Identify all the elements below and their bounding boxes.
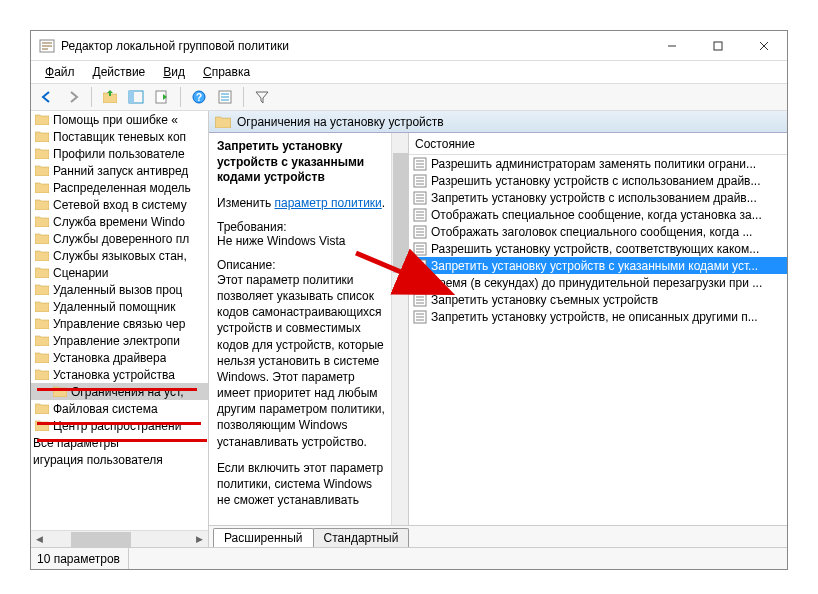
policy-icon — [413, 259, 427, 273]
list-item[interactable]: Отображать заголовок специального сообще… — [409, 223, 787, 240]
list-item[interactable]: Отображать специальное сообщение, когда … — [409, 206, 787, 223]
tree-item-label: Ранний запуск антивред — [53, 164, 188, 178]
tree-item[interactable]: игурация пользователя — [31, 451, 209, 468]
tree-item-label: Сценарии — [53, 266, 108, 280]
tree-item[interactable]: Службы доверенного пл — [31, 230, 209, 247]
list-column-header[interactable]: Состояние — [409, 133, 787, 155]
right-pane: Ограничения на установку устройств Запре… — [209, 111, 787, 547]
description-scrollbar[interactable] — [391, 133, 408, 525]
tree-item[interactable]: Профили пользователе — [31, 145, 209, 162]
menubar: Файл Действие Вид Справка — [31, 61, 787, 83]
list-item-label: Отображать специальное сообщение, когда … — [431, 208, 762, 222]
description-pane: Запретить установку устройств с указанны… — [209, 133, 409, 525]
tree-horizontal-scrollbar[interactable]: ◀ ▶ — [31, 530, 208, 547]
svg-rect-10 — [129, 91, 134, 103]
forward-button[interactable] — [61, 85, 85, 109]
tree-item[interactable]: Сетевой вход в систему — [31, 196, 209, 213]
menu-view[interactable]: Вид — [155, 63, 193, 81]
statusbar: 10 параметров — [31, 547, 787, 569]
policy-icon — [413, 208, 427, 222]
menu-action[interactable]: Действие — [85, 63, 154, 81]
tree-item-label: Удаленный помощник — [53, 300, 176, 314]
list-item[interactable]: Запретить установку устройств с использо… — [409, 189, 787, 206]
toolbar: ? — [31, 83, 787, 111]
tree-item-label: Удаленный вызов проц — [53, 283, 182, 297]
folder-icon — [35, 114, 49, 125]
tree-item[interactable]: Все параметры — [31, 434, 209, 451]
tree-item[interactable]: Поставщик теневых коп — [31, 128, 209, 145]
tree-item[interactable]: Центр распространени — [31, 417, 209, 434]
close-button[interactable] — [741, 31, 787, 61]
tree-item[interactable]: Ранний запуск антивред — [31, 162, 209, 179]
tree-item[interactable]: Управление связью чер — [31, 315, 209, 332]
list-item[interactable]: Разрешить администраторам заменять полит… — [409, 155, 787, 172]
policy-icon — [413, 191, 427, 205]
list-item[interactable]: Запретить установку съемных устройств — [409, 291, 787, 308]
tree-item-label: Помощь при ошибке « — [53, 113, 178, 127]
folder-icon — [35, 267, 49, 278]
tree-item[interactable]: Файловая система — [31, 400, 209, 417]
back-button[interactable] — [35, 85, 59, 109]
folder-icon — [35, 420, 49, 431]
description-text: Этот параметр политики позволяет указыва… — [217, 272, 388, 450]
tree-item[interactable]: Ограничения на уст, — [31, 383, 209, 400]
folder-icon — [35, 250, 49, 261]
list-item[interactable]: Разрешить установку устройств с использо… — [409, 172, 787, 189]
app-window: Редактор локальной групповой политики Фа… — [30, 30, 788, 570]
policy-name: Запретить установку устройств с указанны… — [217, 139, 388, 186]
list-pane: Состояние Разрешить администраторам заме… — [409, 133, 787, 525]
tab-extended[interactable]: Расширенный — [213, 528, 314, 547]
tree-item-label: Все параметры — [33, 436, 119, 450]
description-label: Описание: — [217, 258, 388, 272]
up-button[interactable] — [98, 85, 122, 109]
folder-icon — [35, 301, 49, 312]
tree-item-label: Поставщик теневых коп — [53, 130, 186, 144]
maximize-button[interactable] — [695, 31, 741, 61]
list-item[interactable]: Время (в секундах) до принудительной пер… — [409, 274, 787, 291]
export-button[interactable] — [150, 85, 174, 109]
list-item[interactable]: Разрешить установку устройств, соответст… — [409, 240, 787, 257]
list-item-label: Разрешить установку устройств с использо… — [431, 174, 761, 188]
policy-icon — [413, 157, 427, 171]
requirements-value: Не ниже Windows Vista — [217, 234, 388, 248]
minimize-button[interactable] — [649, 31, 695, 61]
tree-item[interactable]: Служба времени Windo — [31, 213, 209, 230]
folder-icon — [35, 352, 49, 363]
tree-item-label: Профили пользователе — [53, 147, 185, 161]
tree-item-label: Файловая система — [53, 402, 158, 416]
policy-icon — [413, 242, 427, 256]
list-item-label: Запретить установку устройств с использо… — [431, 191, 757, 205]
tree-item[interactable]: Сценарии — [31, 264, 209, 281]
folder-icon — [35, 403, 49, 414]
window-controls — [649, 31, 787, 61]
tree-item[interactable]: Установка драйвера — [31, 349, 209, 366]
menu-help[interactable]: Справка — [195, 63, 258, 81]
tree-item[interactable]: Управление электропи — [31, 332, 209, 349]
list-item-label: Разрешить установку устройств, соответст… — [431, 242, 759, 256]
tree-item[interactable]: Службы языковых стан, — [31, 247, 209, 264]
window-title: Редактор локальной групповой политики — [61, 39, 649, 53]
view-tabs: Расширенный Стандартный — [209, 525, 787, 547]
tree-item[interactable]: Распределенная модель — [31, 179, 209, 196]
list-item[interactable]: Запретить установку устройств с указанны… — [409, 257, 787, 274]
menu-file[interactable]: Файл — [37, 63, 83, 81]
policy-icon — [413, 310, 427, 324]
tree-item[interactable]: Удаленный помощник — [31, 298, 209, 315]
list-item-label: Запретить установку устройств, не описан… — [431, 310, 758, 324]
show-hide-tree-button[interactable] — [124, 85, 148, 109]
folder-icon — [35, 199, 49, 210]
list-item[interactable]: Запретить установку устройств, не описан… — [409, 308, 787, 325]
filter-button[interactable] — [250, 85, 274, 109]
folder-icon — [35, 233, 49, 244]
tree-item[interactable]: Удаленный вызов проц — [31, 281, 209, 298]
folder-icon — [35, 369, 49, 380]
properties-button[interactable] — [213, 85, 237, 109]
tree-item[interactable]: Установка устройства — [31, 366, 209, 383]
tree-item[interactable]: Помощь при ошибке « — [31, 111, 209, 128]
edit-policy-link[interactable]: параметр политики — [274, 196, 381, 210]
tab-standard[interactable]: Стандартный — [313, 528, 410, 547]
help-button[interactable]: ? — [187, 85, 211, 109]
tree-item-label: Ограничения на уст, — [71, 385, 183, 399]
right-header: Ограничения на установку устройств — [209, 111, 787, 133]
folder-icon — [35, 165, 49, 176]
